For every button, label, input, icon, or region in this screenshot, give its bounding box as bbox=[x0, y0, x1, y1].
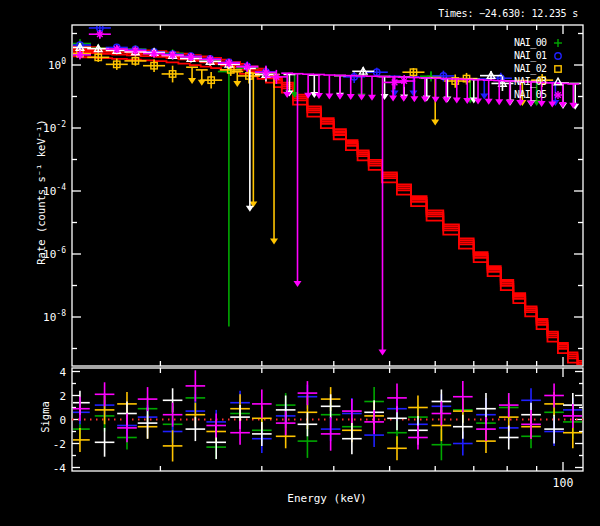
legend-label-nai03: NAI_03 bbox=[514, 76, 547, 87]
legend-label-nai05: NAI_05 bbox=[514, 89, 547, 100]
spectral-fit-window: 10010-210-410-610-8420-2-4100 Times: −24… bbox=[0, 0, 600, 526]
detector-legend: NAI_00 NAI_01 NAI_02 NAI_03 NAI_05 bbox=[514, 36, 565, 101]
square-marker-icon bbox=[551, 63, 565, 75]
x-tick-label-100: 100 bbox=[553, 476, 574, 490]
plus-marker-icon bbox=[551, 37, 565, 49]
legend-row: NAI_01 bbox=[514, 49, 565, 62]
svg-text:0: 0 bbox=[59, 414, 66, 427]
legend-row: NAI_03 bbox=[514, 75, 565, 88]
x-axis-label-energy: Energy (keV) bbox=[287, 492, 366, 505]
legend-row: NAI_02 bbox=[514, 62, 565, 75]
legend-label-nai01: NAI_01 bbox=[514, 50, 547, 61]
star-marker-icon bbox=[551, 89, 565, 101]
legend-row: NAI_00 bbox=[514, 36, 565, 49]
legend-label-nai02: NAI_02 bbox=[514, 63, 547, 74]
svg-text:4: 4 bbox=[59, 366, 66, 379]
y-axis-label-rate: Rate (counts s⁻¹ keV⁻¹) bbox=[35, 119, 47, 264]
time-interval-label: Times: −24.630: 12.235 s bbox=[438, 8, 578, 19]
svg-text:-4: -4 bbox=[53, 462, 67, 475]
spectrum-plot: 10010-210-410-610-8420-2-4100 bbox=[0, 0, 600, 526]
y-axis-label-sigma: Sigma bbox=[39, 401, 51, 433]
circle-marker-icon bbox=[551, 50, 565, 62]
legend-row: NAI_05 bbox=[514, 88, 565, 101]
svg-text:-2: -2 bbox=[53, 438, 66, 451]
svg-text:2: 2 bbox=[59, 390, 66, 403]
triangle-marker-icon bbox=[551, 76, 565, 88]
legend-label-nai00: NAI_00 bbox=[514, 37, 547, 48]
